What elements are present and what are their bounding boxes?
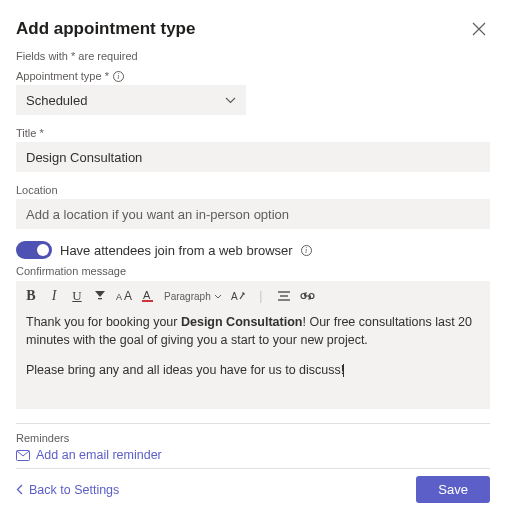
text-cursor (343, 364, 344, 377)
clear-formatting-button[interactable]: A (231, 290, 245, 303)
location-label: Location (16, 184, 490, 196)
close-icon (472, 22, 486, 36)
font-size-icon: AA (116, 290, 132, 302)
chevron-left-icon (16, 484, 23, 495)
reminders-label: Reminders (16, 432, 490, 444)
mail-icon (16, 450, 30, 461)
chevron-down-icon (225, 97, 236, 104)
divider: | (254, 289, 268, 303)
svg-rect-4 (142, 300, 153, 302)
title-input[interactable]: Design Consultation (16, 142, 490, 172)
divider (16, 468, 490, 469)
web-browser-toggle[interactable] (16, 241, 52, 259)
save-button[interactable]: Save (416, 476, 490, 503)
clear-format-icon: A (231, 290, 245, 303)
svg-text:A: A (231, 291, 238, 302)
appointment-type-select[interactable]: Scheduled (16, 85, 246, 115)
paragraph-style-select[interactable]: Paragraph (164, 291, 222, 302)
font-size-button[interactable]: AA (116, 290, 132, 302)
divider (16, 423, 490, 424)
title-label: Title * (16, 127, 490, 139)
svg-rect-0 (98, 298, 102, 299)
back-to-settings-link[interactable]: Back to Settings (16, 483, 119, 497)
strikethrough-icon (93, 289, 107, 303)
svg-text:A: A (143, 289, 151, 301)
link-icon (300, 291, 315, 301)
editor-content[interactable]: Thank you for booking your Design Consul… (16, 309, 490, 409)
appointment-type-label: Appointment type * i (16, 70, 490, 82)
web-browser-toggle-label: Have attendees join from a web browser (60, 243, 293, 258)
strikethrough-button[interactable] (93, 289, 107, 303)
align-icon (277, 290, 291, 302)
required-fields-note: Fields with * are required (16, 50, 490, 62)
underline-button[interactable]: U (70, 288, 84, 304)
font-color-button[interactable]: A (141, 289, 155, 303)
location-input[interactable]: Add a location if you want an in-person … (16, 199, 490, 229)
italic-button[interactable]: I (47, 288, 61, 304)
link-button[interactable] (300, 291, 315, 301)
bold-button[interactable]: B (24, 288, 38, 304)
svg-text:A: A (124, 290, 132, 302)
chevron-down-icon (214, 294, 222, 299)
svg-text:A: A (116, 292, 122, 302)
confirmation-editor: B I U AA A Paragraph A | Thank you for b… (16, 281, 490, 409)
info-icon[interactable]: i (113, 71, 124, 82)
toggle-knob (37, 244, 49, 256)
align-button[interactable] (277, 290, 291, 302)
dialog-title: Add appointment type (16, 19, 195, 39)
close-button[interactable] (468, 18, 490, 40)
confirmation-message-label: Confirmation message (16, 265, 490, 277)
editor-toolbar: B I U AA A Paragraph A | (16, 281, 490, 309)
font-color-icon: A (141, 289, 155, 303)
add-email-reminder-link[interactable]: Add an email reminder (16, 448, 490, 462)
info-icon[interactable]: i (301, 245, 312, 256)
